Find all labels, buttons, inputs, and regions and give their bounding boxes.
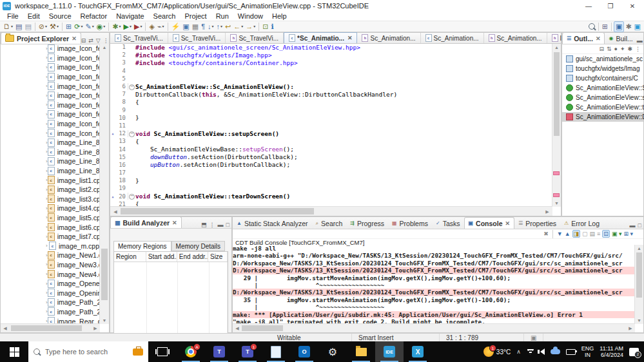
tree-item[interactable]: ›cimage_list5.cpp — [1, 213, 99, 223]
teams-2-icon[interactable]: T1 — [233, 341, 262, 362]
pin-editor-icon[interactable]: ⊡ — [261, 22, 269, 32]
subtab-memory-regions[interactable]: Memory Regions — [113, 241, 171, 251]
battery-icon[interactable] — [566, 349, 576, 355]
tree-item[interactable]: ›cimage_list6.cpp — [1, 222, 99, 232]
cube-ide-icon[interactable]: IDE — [375, 341, 404, 362]
tree-item[interactable]: ›cimage_Line_84.cp — [1, 166, 99, 176]
hide-fields-icon[interactable]: ● — [614, 46, 617, 52]
sort-icon[interactable]: ⇅ — [607, 46, 612, 52]
tree-item[interactable]: ›cimage_Opened.cp — [1, 279, 99, 289]
pe-vscrollbar[interactable]: ▲ ▼ — [99, 44, 109, 324]
tree-item[interactable]: ›cimage_Icon_feath — [1, 119, 99, 129]
debug-icon[interactable]: ✱▾ — [111, 22, 122, 32]
teams-icon[interactable]: T — [205, 341, 233, 362]
editor-tab[interactable]: hSc_Animation... — [357, 33, 420, 43]
minimize-icon[interactable]: ▬ — [637, 37, 643, 44]
tree-item[interactable]: ›cimage_Icon_feath — [1, 110, 99, 119]
filter-icon[interactable]: ▽ — [96, 37, 101, 44]
restore-button[interactable]: ❐ — [601, 1, 620, 11]
volume-icon[interactable] — [540, 348, 545, 355]
menu-refactor[interactable]: Refactor — [76, 12, 112, 20]
menu-file[interactable]: File — [3, 12, 23, 20]
editor-tab[interactable]: cSc_TravelVi... — [168, 33, 226, 43]
open-type-icon[interactable]: ◈ — [148, 22, 155, 32]
outline-item[interactable]: touchgfx/containers/C — [562, 73, 643, 83]
tab-search[interactable]: ⌕Search — [312, 218, 347, 229]
column-header[interactable]: Region — [114, 252, 146, 262]
hide-inactive-icon[interactable]: ✱ — [627, 46, 632, 52]
tree-item[interactable]: ›cimage_New1.cpp — [1, 251, 99, 260]
view-menu-icon[interactable]: ⋮ — [210, 222, 215, 228]
device-perspective-icon[interactable]: ✱ — [624, 22, 632, 32]
console-hscrollbar[interactable]: ◀ ▶ — [233, 323, 635, 332]
link-editor-icon[interactable]: ⇄ — [88, 37, 93, 44]
scroll-lock-icon[interactable]: ▤ — [590, 231, 596, 237]
outline-item[interactable]: touchgfx/widgets/Imag — [562, 64, 643, 73]
clock[interactable]: 11:11 AM6/4/2024 — [600, 345, 623, 358]
search-flashlight-icon[interactable]: ⌁▾ — [156, 22, 166, 32]
taskbar-search[interactable]: Type here to search — [28, 341, 148, 362]
open-perspective-icon[interactable]: ⊞ — [601, 22, 609, 32]
skip-breakpoints-icon[interactable]: ⊘▾ — [37, 22, 48, 32]
subtab-memory-details[interactable]: Memory Details — [171, 241, 225, 251]
tab-progress[interactable]: ⇶Progress — [346, 218, 388, 229]
tab-outl[interactable]: ☰Outl...✕ — [562, 32, 605, 44]
menu-edit[interactable]: Edit — [23, 12, 44, 20]
menu-run[interactable]: Run — [211, 12, 233, 20]
minimize-icon[interactable]: ▬ — [218, 222, 224, 228]
tab-project-explorer[interactable]: Project Explorer ✕ — [1, 32, 81, 44]
menu-navigate[interactable]: Navigate — [112, 12, 148, 20]
tab-console[interactable]: ▣Console✕ — [464, 217, 515, 229]
view-menu-icon[interactable]: ⋮ — [103, 37, 109, 44]
menu-search[interactable]: Search — [149, 12, 181, 20]
tree-item[interactable]: ›cimage_m.cpp — [1, 241, 99, 251]
save-icon[interactable]: ▤ — [14, 22, 23, 32]
show-whitespace-icon[interactable]: ¶ — [200, 22, 206, 32]
editor-tab[interactable]: cSc_Animation... — [421, 33, 484, 43]
file-explorer-icon[interactable] — [347, 341, 375, 362]
terminate-icon[interactable]: ✖ — [543, 231, 549, 237]
column-header[interactable]: Start add... — [146, 252, 177, 262]
column-header[interactable]: End addr... — [177, 252, 208, 262]
tree-item[interactable]: ›cimage_Icon_feath — [1, 72, 99, 82]
tree-item[interactable]: ›cimage_list7.cpp — [1, 232, 99, 242]
minimize-icon[interactable]: ▬ — [630, 222, 636, 229]
new-c-file-icon[interactable]: ⊞ — [64, 22, 73, 32]
collapse-icon[interactable]: − — [129, 131, 135, 137]
tree-item[interactable]: ›cimage_Line_83.cp — [1, 157, 99, 166]
refresh-icon[interactable]: ⟳▾ — [73, 22, 84, 32]
editor-tab[interactable]: hSc_TravelVi... — [226, 33, 284, 43]
tab-buil[interactable]: ◉Buil... — [605, 33, 636, 44]
menu-help[interactable]: Help — [268, 12, 291, 20]
x-app-icon[interactable]: X — [404, 341, 432, 362]
collapse-all-icon[interactable]: ⊟ — [81, 37, 86, 44]
run-icon[interactable]: ▶▾ — [122, 22, 133, 32]
word-wrap-icon[interactable]: ≡ — [597, 231, 600, 237]
tree-item[interactable]: ›cimage_list3.cpp — [1, 195, 99, 204]
tab-build-analyzer[interactable]: ▦ Build Analyzer ✕ — [110, 216, 182, 228]
fold-toggle-icon[interactable]: − — [128, 130, 135, 137]
tree-item[interactable]: ›cimage_Icon_feath — [1, 81, 99, 91]
debug-perspective-icon[interactable]: ▣ — [633, 22, 642, 32]
open-console-icon[interactable]: ⊞ ▾ — [623, 231, 633, 237]
tree-item[interactable]: ›cimage_Opening.c — [1, 288, 99, 298]
close-button[interactable]: ✕ — [623, 1, 641, 11]
info-icon[interactable]: ℹ — [270, 22, 275, 32]
close-icon[interactable]: ✕ — [596, 35, 601, 42]
view-menu-icon[interactable]: ⋮ — [635, 46, 641, 52]
menu-project[interactable]: Project — [180, 12, 211, 20]
tree-item[interactable]: ›cimage_Icon_feath — [1, 44, 99, 53]
tab-problems[interactable]: ▦Problems — [388, 218, 432, 229]
code-editor[interactable]: 1#include <gui/sc_animationele_screen/Sc… — [110, 43, 552, 207]
tab-properties[interactable]: ☰Properties — [514, 218, 560, 229]
notification-center-icon[interactable]: 2 — [629, 348, 639, 356]
tree-item[interactable]: ›cimage_Icon_feath — [1, 100, 99, 110]
outline-item[interactable]: Sc_AnimationEleView::t — [562, 102, 643, 112]
toggle-block-icon[interactable]: ▦ — [191, 22, 200, 32]
prev-annotation-icon[interactable]: ↑▾ — [215, 22, 224, 32]
language-indicator[interactable]: ENGIN — [581, 345, 594, 358]
forward-icon[interactable]: →▾ — [244, 22, 257, 32]
new-wizard-icon[interactable]: 🗋▾ — [2, 22, 14, 32]
start-button[interactable] — [0, 341, 28, 362]
chrome-icon[interactable]: A — [177, 341, 205, 362]
